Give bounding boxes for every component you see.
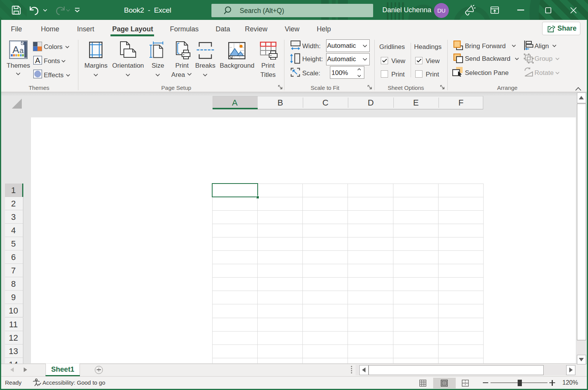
svg-text:A: A (35, 56, 40, 65)
